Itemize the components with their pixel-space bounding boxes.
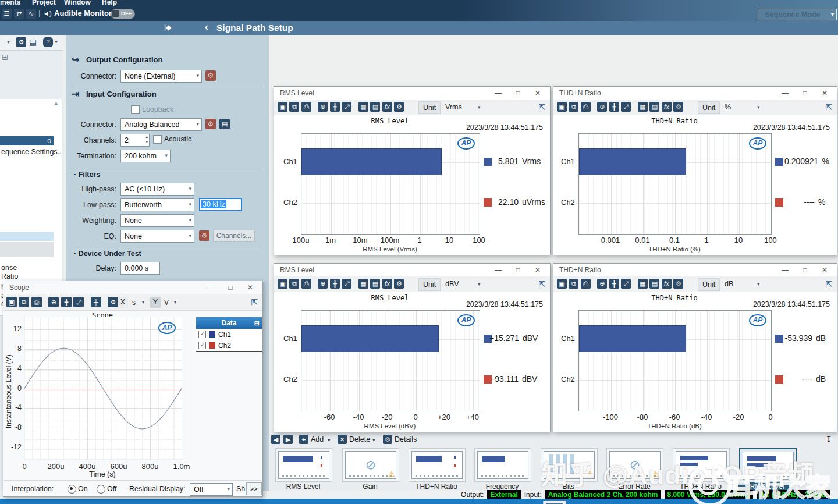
input-connector-dropdown[interactable]: Analog Balanced ▾ [120, 118, 202, 131]
delay-input[interactable]: 0.000 s [120, 262, 160, 275]
chevron-down-icon[interactable]: ▾ [174, 300, 176, 305]
fx-icon[interactable]: fx [662, 102, 672, 112]
save-icon[interactable]: ▣ [557, 102, 567, 112]
spin-up-icon[interactable]: ▴ [145, 134, 148, 139]
sequence-mode-dropdown[interactable]: Sequence Mode ▾ [758, 9, 837, 20]
details-gear-icon[interactable]: ⚙ [383, 435, 392, 444]
loopback-checkbox[interactable] [131, 105, 140, 114]
print-icon[interactable]: ⎙ [301, 102, 311, 112]
pin-icon[interactable]: |◆ [164, 23, 171, 31]
print-icon[interactable]: ⎙ [31, 297, 42, 307]
print-icon[interactable]: ⎙ [581, 279, 591, 289]
cursor-icon[interactable]: ┼ [91, 297, 101, 307]
fit-icon[interactable]: ⤢ [342, 102, 351, 112]
gallery-item-thdn-ratio[interactable] [409, 448, 466, 482]
export-icon[interactable]: ⇱ [825, 279, 832, 289]
close-button[interactable]: ✕ [242, 282, 259, 293]
delete-button[interactable]: Delete [349, 435, 370, 443]
minimize-button[interactable]: — [776, 88, 794, 98]
ch2-checkbox[interactable]: ✓ [198, 342, 206, 349]
gallery-item-thdn-ratio-2[interactable] [673, 448, 730, 482]
meter-window-thdn-pct[interactable]: THD+N Ratio — □ ✕ ▣ ⧉ ⎙ ⊕ ╋ ⤢ ▦ ▤ fx ⚙ U… [553, 86, 837, 255]
save-icon[interactable]: ▣ [557, 279, 567, 289]
print-icon[interactable]: ⎙ [301, 279, 311, 289]
save-icon[interactable]: ▣ [278, 279, 287, 289]
ch1-checkbox[interactable]: ✓ [198, 331, 206, 338]
chart-view-icon[interactable]: ▤ [370, 102, 380, 112]
hover-nav-row[interactable] [0, 232, 54, 241]
chevron-down-icon[interactable]: ▾ [7, 38, 10, 45]
selected-nav-row[interactable]: o [0, 136, 54, 145]
fit-icon[interactable]: ⤢ [342, 279, 351, 289]
minimize-button[interactable]: — [489, 265, 507, 275]
channels-button[interactable]: Channels... [213, 230, 255, 242]
fit-icon[interactable]: ⤢ [621, 102, 631, 112]
menu-item-window[interactable]: Window [64, 0, 91, 6]
export-icon[interactable]: ⇱ [825, 102, 832, 112]
export-icon[interactable]: ⇱ [538, 279, 545, 289]
eq-dropdown[interactable]: None ▾ [120, 230, 194, 243]
scroll-up-icon[interactable]: ▲ [54, 100, 59, 106]
delete-icon[interactable]: ✕ [338, 435, 347, 444]
copy-icon[interactable]: ⧉ [569, 102, 578, 112]
clipboard-lock-icon[interactable]: ▤ [29, 37, 37, 47]
download-icon[interactable]: ↧ [825, 435, 832, 444]
chevron-down-icon[interactable]: ▾ [478, 281, 481, 287]
chevron-down-icon[interactable]: ▾ [757, 104, 760, 110]
close-button[interactable]: ✕ [529, 265, 546, 275]
gallery-item-error-rate[interactable]: ⊘⚠ [606, 448, 663, 482]
nav-last-icon[interactable]: ▶ [283, 435, 293, 444]
termination-dropdown[interactable]: 200 kohm ▾ [120, 150, 171, 162]
interpolation-on-radio[interactable] [68, 485, 76, 494]
chevron-down-icon[interactable]: ▾ [757, 281, 760, 287]
lowpass-frequency-input[interactable]: 30 kHz [199, 198, 242, 211]
details-button[interactable]: Details [395, 435, 417, 443]
interpolation-off-radio[interactable] [97, 485, 105, 494]
pan-icon[interactable]: ╋ [609, 279, 619, 289]
weighting-dropdown[interactable]: None ▾ [120, 214, 194, 227]
table-view-icon[interactable]: ▦ [358, 102, 368, 112]
pan-icon[interactable]: ╋ [330, 102, 340, 112]
back-icon[interactable]: ‹ [205, 21, 208, 33]
gallery-item-rms-level-selected[interactable] [739, 448, 797, 483]
x-unit-value[interactable]: s [132, 299, 136, 307]
maximize-button[interactable]: □ [796, 265, 814, 275]
chevron-down-icon[interactable]: ▾ [372, 437, 375, 443]
legend-row-ch1[interactable]: ✓ Ch1 [196, 329, 262, 340]
zoom-icon[interactable]: ⊕ [318, 102, 328, 112]
list-icon[interactable]: ☰ [2, 9, 12, 19]
chart-view-icon[interactable]: ▤ [649, 102, 659, 112]
waveform-icon[interactable]: ∿ [26, 9, 36, 19]
zoom-icon[interactable]: ⊕ [597, 102, 607, 112]
nav-first-icon[interactable]: ◀ [271, 435, 280, 444]
menu-item-project[interactable]: Project [32, 0, 56, 6]
lowpass-dropdown[interactable]: Butterworth ▾ [120, 198, 194, 211]
table-view-icon[interactable]: ▦ [638, 279, 648, 289]
save-icon[interactable]: ▣ [278, 102, 287, 112]
new-window-icon[interactable]: ⊞ [2, 52, 9, 62]
maximize-button[interactable]: □ [509, 265, 527, 275]
chevron-down-icon[interactable]: ▾ [142, 300, 144, 305]
chart-view-icon[interactable]: ▤ [649, 279, 659, 289]
unit-value[interactable]: dBV [445, 280, 459, 288]
y-axis-button[interactable]: Y [150, 297, 161, 308]
export-icon[interactable]: ⇱ [538, 102, 545, 112]
audible-monitor-toggle[interactable]: OFF [111, 9, 135, 19]
print-icon[interactable]: ⎙ [581, 102, 591, 112]
menu-item-measurements[interactable]: ments [0, 0, 20, 6]
meter-window-thdn-db[interactable]: THD+N Ratio — □ ✕ ▣ ⧉ ⎙ ⊕ ╋ ⤢ ▦ ▤ fx ⚙ U… [553, 263, 837, 432]
legend-pin-icon[interactable]: ⊟ [254, 317, 260, 329]
sidebar-item-ratio[interactable]: Ratio [1, 272, 18, 281]
gear-icon[interactable]: ⚙ [108, 297, 118, 307]
minimize-button[interactable]: — [202, 282, 219, 293]
gallery-item-gain[interactable]: ⊘⚠ [342, 448, 399, 482]
copy-icon[interactable]: ⧉ [289, 102, 299, 112]
meter-window-rms-vrms[interactable]: RMS Level — □ ✕ ▣ ⧉ ⎙ ⊕ ╋ ⤢ ▦ ▤ fx ⚙ Uni… [274, 86, 551, 255]
sidebar-item-response[interactable]: onse [1, 264, 17, 272]
sidebar-item-sequence-settings[interactable]: equence Settings.. [1, 148, 62, 156]
pan-icon[interactable]: ╋ [330, 279, 340, 289]
expand-panel-button[interactable]: >> [246, 482, 262, 495]
y-unit-value[interactable]: V [164, 299, 169, 307]
table-view-icon[interactable]: ▦ [638, 102, 648, 112]
eq-settings-gear-icon[interactable]: ⚙ [199, 230, 210, 241]
